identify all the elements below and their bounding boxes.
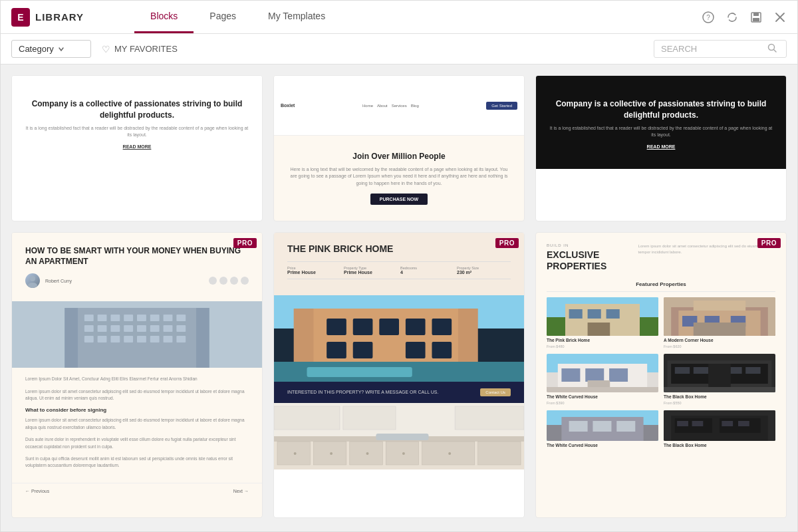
- property-image-3: [547, 354, 658, 392]
- pro-badge-exclusive: PRO: [757, 238, 781, 248]
- card-dark-hero[interactable]: Company is a collective of passionates s…: [535, 75, 787, 221]
- card-join-cta[interactable]: Boxlet Home About Services Blog Get Star…: [273, 75, 525, 221]
- dark-hero-headline: Company is a collective of passionates s…: [549, 98, 773, 121]
- help-button[interactable]: ?: [699, 8, 718, 27]
- header: E LIBRARY Blocks Pages My Templates: [1, 1, 797, 34]
- prop-name-5: The White Curved House: [547, 443, 658, 448]
- category-dropdown[interactable]: Category: [11, 40, 91, 58]
- close-icon: [775, 12, 785, 23]
- social-icon-in: [230, 277, 238, 285]
- property-image-svg: [274, 295, 524, 382]
- price-val-4: 230 m²: [457, 270, 511, 275]
- svg-rect-108: [593, 421, 611, 432]
- logo-area: E LIBRARY: [1, 8, 94, 27]
- svg-line-8: [774, 50, 777, 53]
- svg-rect-107: [569, 421, 588, 432]
- nav-links: Home About Services Blog: [362, 104, 419, 108]
- svg-text:?: ?: [706, 14, 710, 21]
- card-money-article[interactable]: PRO HOW TO BE SMART WITH YOUR MONEY WHEN…: [11, 232, 263, 518]
- nav-link-about: About: [377, 104, 388, 108]
- nav-brand: Boxlet: [281, 103, 295, 108]
- svg-point-10: [28, 283, 37, 288]
- svg-rect-17: [124, 315, 133, 321]
- tab-pages[interactable]: Pages: [194, 1, 252, 33]
- header-actions: ?: [691, 8, 797, 27]
- price-col-1: Price Prime House: [287, 266, 341, 275]
- svg-rect-27: [150, 325, 160, 332]
- nav-bar-mock: Boxlet Home About Services Blog Get Star…: [274, 102, 524, 110]
- tab-blocks[interactable]: Blocks: [134, 1, 194, 33]
- svg-rect-99: [694, 367, 708, 374]
- svg-rect-68: [274, 406, 340, 430]
- svg-rect-32: [110, 336, 120, 342]
- contact-button[interactable]: Contact Us: [480, 388, 511, 396]
- exclusive-title-area: Build in EXCLUSIVEPROPERTIES: [547, 243, 606, 272]
- prop-img-5: [547, 410, 658, 441]
- svg-rect-16: [110, 315, 120, 321]
- svg-rect-103: [664, 387, 775, 392]
- next-link: Next →: [233, 489, 249, 493]
- svg-rect-34: [137, 336, 146, 342]
- search-icon[interactable]: [767, 43, 777, 55]
- properties-grid: The Pink Brick Home From $480: [536, 292, 786, 410]
- refresh-button[interactable]: [723, 8, 741, 27]
- svg-rect-60: [422, 442, 475, 465]
- property-item-2: A Modern Corner House From $620: [664, 297, 775, 348]
- svg-rect-31: [98, 336, 107, 342]
- svg-rect-26: [137, 325, 146, 332]
- property-item-3: The White Curved House From $390: [547, 354, 658, 405]
- save-icon: [750, 11, 762, 23]
- money-building-image: [12, 301, 262, 368]
- card-grid: Company is a collective of passionates s…: [11, 75, 787, 531]
- exclusive-title: EXCLUSIVEPROPERTIES: [547, 249, 606, 272]
- save-button[interactable]: [747, 8, 765, 27]
- svg-rect-24: [110, 325, 120, 332]
- prop-name-1: The Pink Brick Home: [547, 338, 658, 342]
- social-icon-tw: [219, 277, 227, 285]
- more-prop-6: The Black Box Home: [664, 410, 775, 448]
- svg-rect-28: [164, 325, 173, 332]
- help-icon: ?: [702, 11, 714, 23]
- prev-link: ← Previous: [25, 489, 49, 493]
- nav-link-home: Home: [362, 104, 373, 108]
- svg-rect-84: [694, 323, 745, 336]
- more-props-grid: The White Curved House: [547, 410, 775, 448]
- price-col-3: Bedrooms 4: [400, 266, 454, 275]
- card-exclusive-properties[interactable]: PRO Build in EXCLUSIVEPROPERTIES Lorem i…: [535, 232, 787, 518]
- svg-rect-61: [478, 442, 521, 465]
- svg-rect-25: [124, 325, 133, 332]
- svg-rect-57: [313, 442, 346, 465]
- card-pink-brick[interactable]: PRO THE PINK BRICK HOME Price Prime Hous…: [273, 232, 525, 518]
- svg-rect-75: [588, 309, 601, 319]
- money-author: Robert Curry: [45, 279, 72, 283]
- kitchen-svg: [274, 403, 524, 469]
- search-input[interactable]: [661, 44, 767, 54]
- search-container: [654, 40, 787, 58]
- dark-hero-subtext: It is a long established fact that a rea…: [549, 125, 773, 139]
- svg-rect-48: [353, 342, 373, 358]
- nav-cta-btn: Get Started: [486, 102, 517, 110]
- price-val-2: Prime House: [344, 270, 398, 275]
- svg-rect-44: [379, 319, 399, 335]
- svg-rect-116: [722, 421, 733, 426]
- svg-point-65: [402, 452, 405, 455]
- price-val-1: Prime House: [287, 270, 341, 275]
- svg-rect-117: [738, 421, 749, 426]
- prop-img-6: [664, 410, 775, 441]
- money-header: HOW TO BE SMART WITH YOUR MONEY WHEN BUY…: [12, 233, 262, 301]
- svg-rect-46: [432, 319, 452, 335]
- svg-rect-76: [606, 309, 620, 319]
- svg-rect-101: [745, 367, 760, 374]
- favorites-button[interactable]: ♡ MY FAVORITES: [102, 44, 178, 55]
- close-button[interactable]: [771, 8, 789, 27]
- more-updates-link[interactable]: More Updates: [11, 529, 787, 531]
- card-white-hero[interactable]: Company is a collective of passionates s…: [11, 75, 263, 221]
- svg-point-66: [448, 452, 451, 455]
- svg-rect-3: [753, 13, 759, 16]
- white-hero-content: Company is a collective of passionates s…: [12, 76, 262, 169]
- tab-my-templates[interactable]: My Templates: [252, 1, 341, 33]
- logo-icon: E: [11, 8, 30, 27]
- join-content: Join Over Million People Here is a long …: [274, 136, 524, 221]
- svg-point-64: [366, 452, 369, 455]
- svg-rect-37: [176, 336, 186, 342]
